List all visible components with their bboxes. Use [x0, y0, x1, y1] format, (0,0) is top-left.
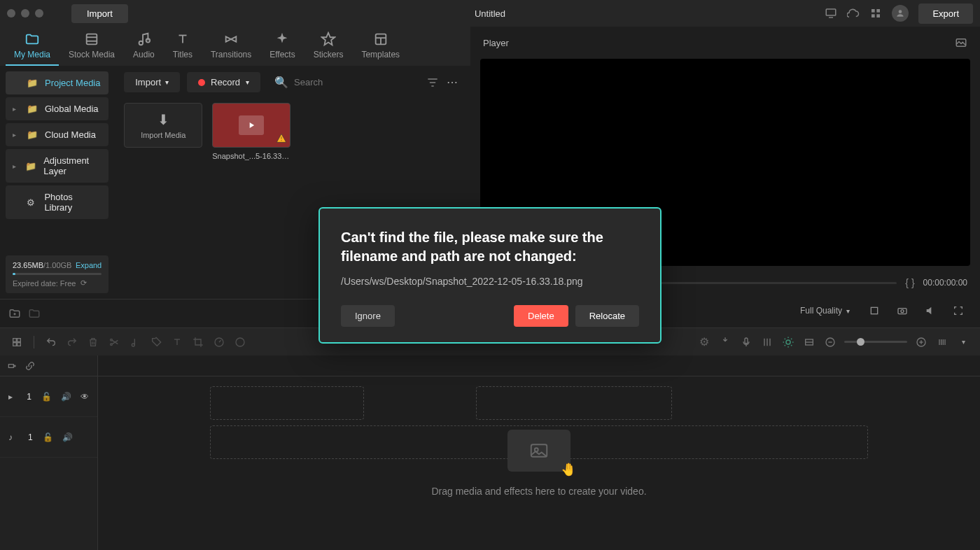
- dialog-title: Can't find the file, please make sure th…: [341, 228, 639, 266]
- file-missing-dialog: Can't find the file, please make sure th…: [318, 207, 662, 344]
- ignore-button[interactable]: Ignore: [341, 305, 395, 327]
- modal-backdrop: Can't find the file, please make sure th…: [0, 0, 980, 550]
- delete-button[interactable]: Delete: [514, 305, 568, 327]
- dialog-file-path: /Users/ws/Desktop/Snapshot_2022-12-05-16…: [341, 276, 639, 287]
- relocate-button[interactable]: Relocate: [575, 305, 639, 327]
